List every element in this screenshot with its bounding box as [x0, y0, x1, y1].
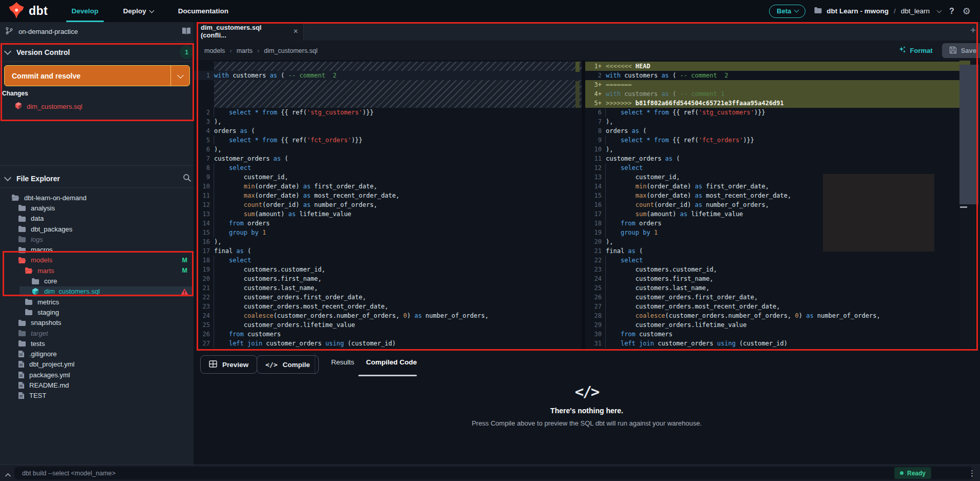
line-number: 21 [198, 283, 210, 293]
commit-and-resolve-button[interactable]: Commit and resolve [4, 65, 190, 86]
dbt-logo[interactable]: dbt [0, 0, 59, 22]
save-button[interactable]: Save [942, 43, 980, 58]
folder-open-icon [18, 257, 26, 264]
nav-deploy[interactable]: Deploy [111, 0, 166, 22]
docs-book-icon[interactable] [181, 27, 191, 37]
line-number: 14 [198, 219, 210, 228]
file-explorer-title: File Explorer [16, 175, 60, 183]
gear-icon[interactable]: ⚙ [963, 6, 971, 17]
tree-item-label: logs [31, 236, 43, 243]
format-button[interactable]: Format [898, 46, 933, 55]
git-branch-selector[interactable]: on-demand-practice [0, 22, 199, 42]
folder-icon [18, 215, 26, 222]
commit-dropdown-toggle[interactable] [170, 66, 189, 86]
code-line: 28) [194, 348, 582, 350]
chevron-up-icon[interactable] [5, 470, 11, 479]
command-input[interactable]: dbt build --select <model_name> [14, 467, 973, 479]
breadcrumb: models › marts › dim_customers.sql Forma… [194, 41, 980, 61]
tab-dim-customers[interactable]: dim_customers.sql (confli... ✕ [194, 22, 304, 41]
tree-item-readme-md[interactable]: README.md [0, 380, 194, 390]
tree-item-metrics[interactable]: metrics [0, 297, 194, 307]
tree-item-staging[interactable]: staging [0, 307, 194, 317]
tree-item-core[interactable]: core [0, 276, 194, 286]
tree-item-logs[interactable]: logs [0, 234, 194, 244]
line-number: 18 [589, 219, 602, 228]
compile-button[interactable]: </> Compile [257, 355, 319, 374]
project-name: dbt_learn [901, 7, 930, 15]
tree-item-test[interactable]: TEST [0, 391, 194, 401]
line-number: 12 [589, 163, 602, 172]
tree-item-label: analysis [31, 204, 55, 212]
line-number: 12 [198, 200, 210, 209]
editor-pane-working[interactable]: 1with customers as ( -- comment 22 selec… [194, 61, 582, 350]
dark-overlay [823, 174, 934, 252]
tab-compiled-code[interactable]: Compiled Code [366, 358, 417, 366]
changed-file-row[interactable]: dim_customers.sql [0, 100, 208, 112]
file-icon [18, 392, 25, 399]
chevron-down-icon [4, 47, 11, 54]
changes-label: Changes [2, 90, 28, 97]
tree-item-dbt-project-yml[interactable]: dbt_project.yml [0, 359, 194, 370]
project-switcher[interactable]: dbt Learn - mwong / dbt_learn [814, 7, 941, 15]
code-line: 9 customer_id, [194, 172, 582, 182]
code-line: 25 customer_orders.lifetime_value [194, 320, 582, 330]
tree-item-analysis[interactable]: analysis [0, 203, 194, 213]
divider [0, 165, 194, 166]
code-line: 24 customers.first_name, [585, 274, 959, 283]
breadcrumb-separator: / [893, 7, 897, 15]
beta-dropdown[interactable]: Beta [769, 5, 805, 18]
code-line: 4+with customers as ( -- comment 1 [585, 89, 959, 99]
nav-develop[interactable]: Develop [59, 0, 111, 22]
search-icon[interactable] [183, 174, 191, 184]
tree-item-snapshots[interactable]: snapshots [0, 318, 194, 328]
tree-item--gitignore[interactable]: .gitignore [0, 349, 194, 359]
commit-button-label[interactable]: Commit and resolve [5, 66, 170, 86]
tree-item-dbt-learn-on-demand[interactable]: dbt-learn-on-demand [0, 193, 194, 203]
line-number: 31 [589, 339, 602, 348]
tree-item-marts[interactable]: martsM [0, 265, 194, 276]
line-number: 2 [589, 71, 602, 80]
line-number: 13 [589, 172, 602, 182]
tree-item-label: tests [31, 340, 45, 348]
close-icon[interactable]: ✕ [293, 28, 298, 35]
preview-button[interactable]: Preview [200, 355, 257, 374]
new-tab-icon[interactable]: + [970, 25, 976, 36]
tab-results[interactable]: Results [331, 358, 354, 366]
line-number: 25 [198, 320, 210, 330]
version-control-title: Version Control [16, 48, 70, 56]
line-number: 22 [198, 293, 210, 302]
pane-divider[interactable] [582, 61, 585, 350]
divider [0, 61, 194, 62]
code-line: 1+<<<<<<< HEAD [585, 62, 959, 71]
tree-item-dim-customers-sql[interactable]: dim_customers.sql [0, 286, 194, 297]
tree-item-label: dbt_packages [31, 225, 72, 233]
tree-item-target[interactable]: target [0, 328, 194, 338]
tree-item-models[interactable]: modelsM [0, 255, 194, 265]
code-line: 27 customer_orders.most_recent_order_dat… [585, 302, 959, 311]
line-number: 9 [589, 136, 602, 145]
folder-icon [814, 7, 822, 15]
tree-item-macros[interactable]: macros [0, 244, 194, 255]
file-explorer-header[interactable]: File Explorer [0, 169, 199, 187]
line-number: 27 [198, 339, 210, 348]
tree-item-tests[interactable]: tests [0, 338, 194, 349]
code-line: 15 group by 1 [194, 228, 582, 237]
code-line: 25 customers.last_name, [585, 283, 959, 293]
nav-documentation[interactable]: Documentation [166, 0, 241, 22]
scrollbar-thumb[interactable] [959, 65, 978, 204]
code-line: 19 customers.customer_id, [194, 265, 582, 274]
code-line: 14 from orders [194, 219, 582, 228]
tree-item-dbt-packages[interactable]: dbt_packages [0, 224, 194, 234]
version-control-header[interactable]: Version Control 1 [0, 43, 199, 61]
line-number: 30 [589, 330, 602, 339]
tree-item-data[interactable]: data [0, 214, 194, 224]
folder-icon [25, 298, 33, 305]
editor-actions: Format Save [898, 41, 980, 61]
help-icon[interactable]: ? [949, 7, 954, 16]
editor-tabbar: dim_customers.sql (confli... ✕ + [194, 22, 980, 41]
line-number: 7 [589, 117, 602, 126]
kebab-menu-icon[interactable]: ⋮ [968, 469, 976, 478]
model-cube-icon [14, 102, 23, 111]
line-number: 4+ [589, 89, 602, 99]
tree-item-packages-yml[interactable]: packages.yml [0, 370, 194, 380]
